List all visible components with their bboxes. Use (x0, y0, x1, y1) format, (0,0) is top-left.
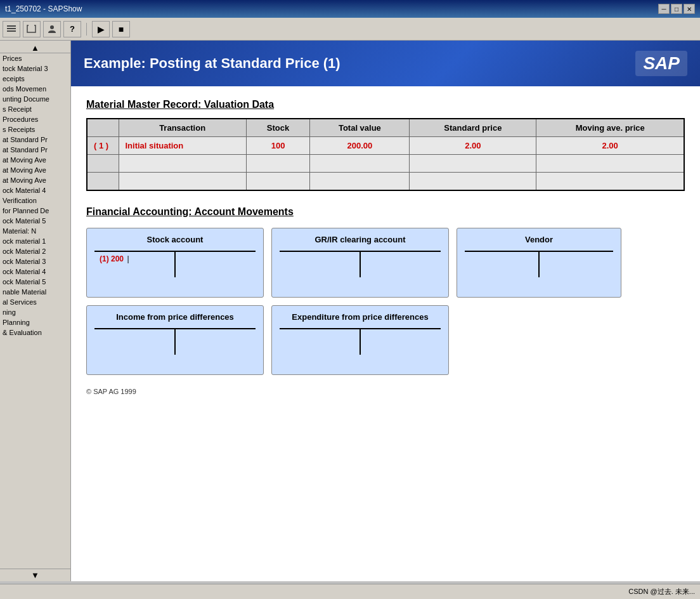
sidebar-item-16[interactable]: ock Material 5 (0, 216, 70, 226)
sidebar-item-8[interactable]: at Standard Pr (0, 135, 70, 145)
grir-account-box: GR/IR clearing account (271, 228, 449, 298)
row-2-total (310, 155, 410, 173)
income-account-title: Income from price differences (94, 312, 256, 322)
sidebar-item-22[interactable]: ock Material 5 (0, 277, 70, 287)
income-account-box: Income from price differences (86, 305, 264, 375)
col-header-moving-price: Moving ave. price (536, 119, 684, 137)
toolbar-play-btn[interactable]: ▶ (92, 21, 110, 37)
income-account-t (94, 328, 256, 355)
svg-point-5 (50, 25, 54, 29)
sidebar-item-15[interactable]: for Planned De (0, 206, 70, 216)
status-text: CSDN @过去. 未来... (628, 587, 695, 596)
sidebar-scroll-down[interactable]: ▼ (0, 569, 70, 581)
row-1-standard-price: 2.00 (410, 137, 536, 155)
row-1-transaction: Initial situation (119, 137, 246, 155)
row-1-moving-price: 2.00 (536, 137, 684, 155)
table-row-2 (87, 155, 684, 173)
copyright-text: © SAP AG 1999 (86, 388, 685, 395)
window-controls: ─ □ ✕ (658, 4, 695, 14)
grir-account-t (280, 251, 441, 277)
sidebar-item-17[interactable]: Material: N (0, 226, 70, 236)
sidebar-item-3[interactable]: ods Movemen (0, 84, 70, 94)
cursor: | (127, 254, 129, 263)
restore-button[interactable]: □ (671, 4, 682, 14)
content-body: Material Master Record: Valuation Data T… (71, 86, 700, 408)
stock-account-entry-1: (1) 200 (100, 254, 124, 263)
sidebar-item-evaluation[interactable]: & Evaluation (0, 327, 70, 338)
sidebar-scroll-up[interactable]: ▲ (0, 43, 70, 53)
toolbar-stop-btn[interactable]: ■ (112, 21, 130, 37)
svg-rect-3 (27, 25, 36, 32)
account-grid: Stock account (1) 200 | (86, 228, 685, 375)
stock-account-title: Stock account (94, 235, 256, 244)
sidebar-item-18[interactable]: ock material 1 (0, 236, 70, 246)
toolbar-btn-2[interactable] (23, 21, 41, 37)
row-3-stock (246, 173, 310, 190)
sap-logo: SAP (635, 51, 687, 76)
svg-rect-0 (7, 25, 16, 27)
toolbar-btn-1[interactable] (3, 21, 20, 37)
row-3-transaction (119, 173, 246, 190)
sidebar-item-23[interactable]: nable Material (0, 287, 70, 297)
sidebar-item-20[interactable]: ock Material 3 (0, 256, 70, 267)
minimize-button[interactable]: ─ (658, 4, 670, 14)
toolbar-separator (86, 23, 87, 36)
col-header-transaction: Transaction (119, 119, 246, 137)
row-3-mov-price (536, 173, 684, 190)
sidebar-item-26[interactable]: Planning (0, 317, 70, 327)
sidebar-item-9[interactable]: at Standard Pr (0, 145, 70, 155)
sidebar-item-7[interactable]: s Receipts (0, 124, 70, 135)
close-button[interactable]: ✕ (684, 4, 695, 14)
sidebar-item-24[interactable]: al Services (0, 297, 70, 307)
svg-rect-4 (29, 25, 34, 26)
table-row-1: ( 1 ) Initial situation 100 200.00 2.00 … (87, 137, 684, 155)
toolbar-btn-help[interactable]: ? (63, 21, 81, 37)
main-layout: ▲ Prices tock Material 3 eceipts ods Mov… (0, 41, 700, 581)
stock-account-box: Stock account (1) 200 | (86, 228, 264, 298)
row-2-mov-price (536, 155, 684, 173)
row-1-total-value: 200.00 (310, 137, 410, 155)
sidebar-item-6[interactable]: Procedures (0, 114, 70, 124)
sidebar-item-14[interactable]: Verification (0, 195, 70, 206)
grir-account-title: GR/IR clearing account (280, 235, 441, 244)
page-title: Example: Posting at Standard Price (1) (84, 55, 340, 72)
title-bar: t1_250702 - SAPShow ─ □ ✕ (0, 0, 700, 18)
vendor-account-entries (465, 252, 613, 277)
sidebar-item-4[interactable]: unting Docume (0, 94, 70, 104)
material-section-title: Material Master Record: Valuation Data (86, 99, 685, 110)
sidebar-item-11[interactable]: at Moving Ave (0, 165, 70, 175)
vendor-account-left (465, 252, 538, 277)
toolbar: ? ▶ ■ (0, 18, 700, 41)
sidebar-item-2[interactable]: eceipts (0, 74, 70, 84)
sidebar-item-12[interactable]: at Moving Ave (0, 175, 70, 185)
row-3-label (87, 173, 119, 190)
expenditure-account-left (280, 329, 360, 355)
sidebar-item-25[interactable]: ning (0, 307, 70, 317)
financial-section-title: Financial Accounting: Account Movements (86, 206, 685, 218)
sidebar-item-10[interactable]: at Moving Ave (0, 155, 70, 165)
expenditure-account-title: Expenditure from price differences (280, 312, 441, 322)
col-header-stock: Stock (246, 119, 310, 137)
toolbar-btn-3[interactable] (43, 21, 61, 37)
col-header-standard-price: Standard price (410, 119, 536, 137)
sidebar-item-21[interactable]: ock Material 4 (0, 267, 70, 277)
row-2-std-price (410, 155, 536, 173)
sidebar-item-5[interactable]: s Receipt (0, 104, 70, 114)
income-account-entries (94, 329, 256, 355)
sidebar-item-prices[interactable]: Prices (0, 53, 70, 63)
sidebar-item-19[interactable]: ock Material 2 (0, 246, 70, 256)
sidebar-item-1[interactable]: tock Material 3 (0, 63, 70, 74)
row-1-stock: 100 (246, 137, 310, 155)
vendor-account-box: Vendor (457, 228, 621, 298)
sidebar-item-13[interactable]: ock Material 4 (0, 185, 70, 195)
valuation-table: Transaction Stock Total value Standard p… (86, 118, 685, 191)
row-3-total (310, 173, 410, 190)
svg-rect-2 (7, 30, 16, 32)
vendor-account-right (540, 252, 613, 277)
row-2-stock (246, 155, 310, 173)
content-area: Example: Posting at Standard Price (1) S… (71, 41, 700, 581)
income-account-right (176, 329, 256, 355)
row-1-label: ( 1 ) (87, 137, 119, 155)
svg-rect-1 (7, 28, 16, 29)
window-title: t1_250702 - SAPShow (5, 4, 82, 13)
